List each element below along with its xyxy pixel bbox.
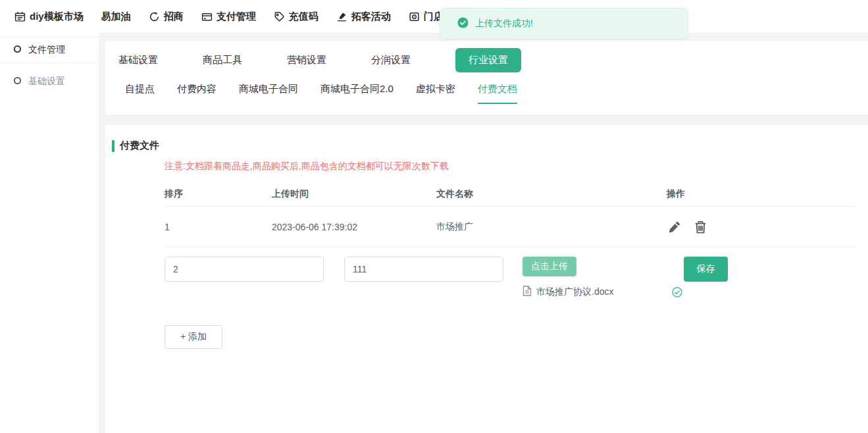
nav-label: 易加油 xyxy=(101,11,131,23)
subtab-pickup-point[interactable]: 自提点 xyxy=(125,83,155,103)
sidebar-item-basic-settings[interactable]: 基础设置 xyxy=(0,68,99,95)
document-icon xyxy=(523,286,532,299)
tab-marketing-settings[interactable]: 营销设置 xyxy=(287,54,326,66)
nav-label: 拓客活动 xyxy=(351,11,391,23)
section-accent-bar xyxy=(112,140,115,152)
table-row: 1 2023-06-06 17:39:02 市场推广 xyxy=(165,207,855,247)
cell-upload-time: 2023-06-06 17:39:02 xyxy=(272,222,436,232)
pen-icon xyxy=(336,11,347,22)
sub-tabs: 自提点 付费内容 商城电子合同 商城电子合同2.0 虚拟卡密 付费文档 xyxy=(105,83,868,104)
new-document-form: 点击上传 市场推广协议.docx 保存 xyxy=(165,257,868,299)
subtab-paid-docs[interactable]: 付费文档 xyxy=(478,83,517,104)
nav-item-tuoke-activity[interactable]: 拓客活动 xyxy=(336,11,391,23)
column-header-actions: 操作 xyxy=(667,188,855,200)
section-warning-note: 注意:文档跟着商品走,商品购买后,商品包含的文档都可以无限次数下载 xyxy=(165,161,868,172)
delete-icon[interactable] xyxy=(693,219,708,235)
documents-table: 排序 上传时间 文件名称 操作 1 2023-06-06 17:39:02 市场… xyxy=(165,182,855,247)
register-icon xyxy=(409,11,420,22)
upload-column: 点击上传 市场推广协议.docx xyxy=(523,257,682,299)
upload-button[interactable]: 点击上传 xyxy=(523,257,576,276)
section-title: 付费文件 xyxy=(120,140,159,152)
sidebar: 文件管理 基础设置 xyxy=(0,33,99,433)
card-icon xyxy=(201,11,213,22)
cell-sort: 1 xyxy=(165,222,272,232)
nav-item-payment-manage[interactable]: 支付管理 xyxy=(201,11,256,23)
nav-item-zhaoshang[interactable]: 招商 xyxy=(149,11,184,23)
toast-message: 上传文件成功! xyxy=(475,18,533,30)
subtab-mall-econtract-2[interactable]: 商城电子合同2.0 xyxy=(320,83,394,103)
circle-icon xyxy=(13,45,22,55)
sidebar-item-label: 文件管理 xyxy=(28,44,65,56)
main-tabs: 基础设置 商品工具 营销设置 分润设置 行业设置 xyxy=(105,41,868,79)
sidebar-item-file-manage[interactable]: 文件管理 xyxy=(0,37,99,63)
tab-basic-settings[interactable]: 基础设置 xyxy=(118,54,158,66)
file-name-input[interactable] xyxy=(344,257,503,282)
circle-icon xyxy=(13,76,22,87)
subtab-virtual-card[interactable]: 虚拟卡密 xyxy=(416,83,455,103)
content-panel: 付费文件 注意:文档跟着商品走,商品购买后,商品包含的文档都可以无限次数下载 排… xyxy=(105,125,868,433)
edit-icon[interactable] xyxy=(667,219,682,235)
uploaded-file-name: 市场推广协议.docx xyxy=(536,286,613,298)
top-navbar: diy模板市场 易加油 招商 支付管理 xyxy=(0,0,868,33)
nav-item-diy-template-market[interactable]: diy模板市场 xyxy=(14,11,84,23)
check-circle-icon xyxy=(457,17,469,31)
recycle-icon xyxy=(149,11,160,22)
column-header-upload-time: 上传时间 xyxy=(272,188,436,200)
success-toast: 上传文件成功! xyxy=(440,8,688,39)
sidebar-item-label: 基础设置 xyxy=(28,76,65,88)
column-header-sort: 排序 xyxy=(165,188,272,200)
tab-product-tools[interactable]: 商品工具 xyxy=(203,54,242,66)
save-button[interactable]: 保存 xyxy=(684,257,728,282)
tag-icon xyxy=(274,11,285,22)
subtab-paid-content[interactable]: 付费内容 xyxy=(177,83,217,103)
nav-item-recharge-code[interactable]: 充值码 xyxy=(274,11,319,23)
tab-industry-settings[interactable]: 行业设置 xyxy=(455,48,521,72)
sort-input[interactable] xyxy=(165,257,324,282)
nav-label: 支付管理 xyxy=(217,11,256,23)
column-header-file-name: 文件名称 xyxy=(436,188,667,200)
nav-label: diy模板市场 xyxy=(30,11,84,23)
nav-label: 充值码 xyxy=(289,11,319,23)
calendar-icon xyxy=(14,11,26,22)
table-header-row: 排序 上传时间 文件名称 操作 xyxy=(165,182,855,207)
uploaded-file-item[interactable]: 市场推广协议.docx xyxy=(523,286,682,299)
subtab-mall-econtract[interactable]: 商城电子合同 xyxy=(239,83,298,103)
tab-profit-settings[interactable]: 分润设置 xyxy=(371,54,411,66)
upload-success-icon xyxy=(672,287,682,297)
nav-item-yijiayou[interactable]: 易加油 xyxy=(101,11,131,23)
tabs-panel: 基础设置 商品工具 营销设置 分润设置 行业设置 自提点 付费内容 商城电子合同… xyxy=(105,41,868,115)
cell-actions xyxy=(667,219,855,235)
cell-file-name: 市场推广 xyxy=(436,221,667,233)
add-row-button[interactable]: + 添加 xyxy=(165,325,222,349)
nav-label: 招商 xyxy=(164,11,184,23)
section-header: 付费文件 xyxy=(112,140,868,152)
